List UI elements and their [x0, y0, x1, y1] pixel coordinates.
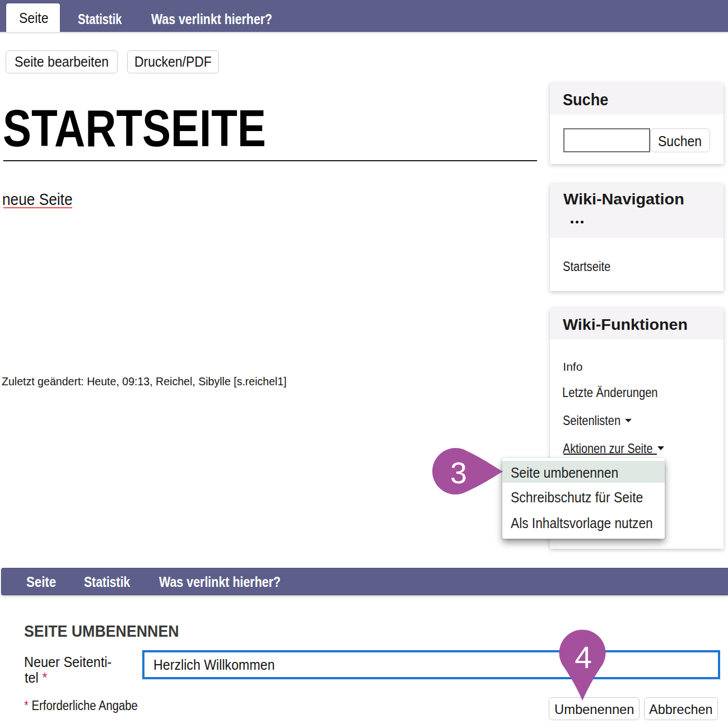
svg-text:3: 3 [450, 456, 467, 489]
svg-text:4: 4 [575, 640, 592, 675]
